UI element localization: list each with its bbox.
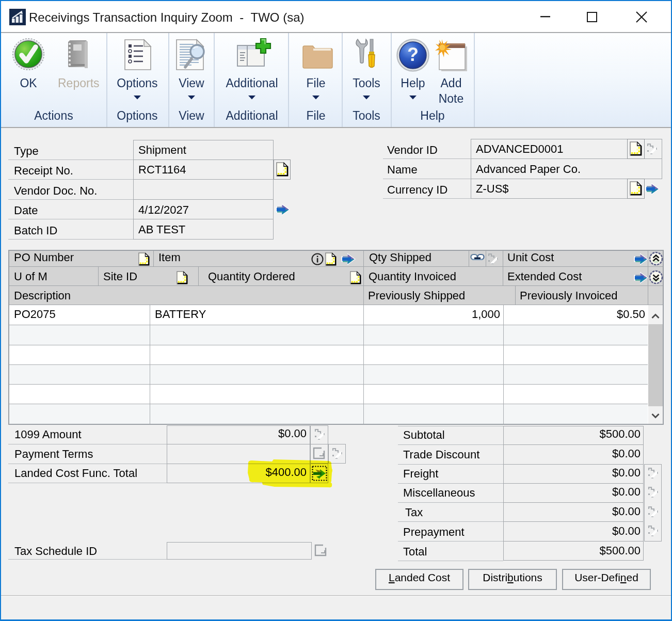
svg-text:?: ? bbox=[407, 44, 419, 65]
